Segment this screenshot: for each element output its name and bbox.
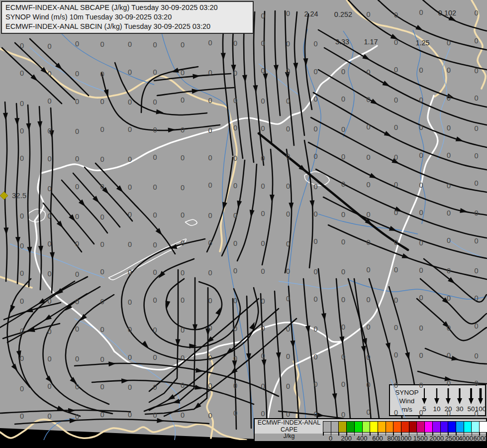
header-line-sbcape: ECMWF-INDEX-ANAL SBCAPE (J/kg) Tuesday 3…: [5, 3, 249, 12]
cape-tick: [370, 433, 371, 436]
wind-legend: SYNOP Wind m/s 510203050100: [389, 384, 486, 416]
wind-speed-label: 10: [433, 405, 440, 413]
cape-color-cell: [441, 422, 449, 432]
cape-tick: [354, 433, 355, 436]
cape-tick-label: 2000: [429, 435, 444, 442]
cape-tick-label: 1500: [413, 435, 428, 442]
cape-color-cell: [433, 422, 441, 432]
cape-color-cell: [393, 422, 401, 432]
cape-colorbar: [323, 421, 487, 433]
header-line-synop-wind: SYNOP Wind (m/s) 10m Tuesday 30-09-2025 …: [5, 12, 249, 22]
svg-text:32.5: 32.5: [12, 191, 26, 200]
wind-legend-title: SYNOP Wind m/s: [394, 388, 420, 414]
cape-color-cell: [355, 422, 363, 432]
cape-tick-label: 800: [388, 435, 398, 442]
cape-color-cell: [339, 422, 347, 432]
cape-color-cell: [363, 422, 371, 432]
map-canvas: 32.5: [0, 0, 487, 448]
weather-map-stage: 32.5 SYNOP Wind m/s 510203050100 002.240…: [0, 0, 487, 448]
cape-color-cell: [409, 422, 417, 432]
wind-speed-label: 5: [422, 405, 426, 413]
cape-legend-titles: ECMWF-INDEX-ANAL CAPE J/kg: [257, 420, 321, 440]
cape-color-cell: [401, 422, 409, 432]
cape-tick: [386, 433, 387, 436]
cape-color-cell: [378, 422, 386, 432]
cape-color-cell: [480, 422, 487, 432]
wind-legend-title-line: SYNOP: [394, 388, 420, 397]
cape-color-cell: [347, 422, 355, 432]
wind-speed-label: 100: [475, 405, 485, 413]
cape-color-cell: [331, 422, 339, 432]
header-line-sbcin: ECMWF-INDEX-ANAL SBCIN (J/kg) Tuesday 30…: [5, 22, 249, 31]
cape-tick-label: 4000: [459, 435, 473, 442]
cape-color-cell: [472, 422, 480, 432]
cape-tick-label: 600: [372, 435, 383, 442]
cape-tick: [338, 433, 339, 436]
cape-color-cell: [456, 422, 464, 432]
cape-color-cell: [417, 422, 425, 432]
wind-speed-label: 20: [444, 405, 452, 413]
cape-legend-title: ECMWF-INDEX-ANAL: [257, 420, 321, 427]
cape-color-cell: [386, 422, 394, 432]
cape-colorbar-legend: ECMWF-INDEX-ANAL CAPE J/kg 0200400600800…: [254, 418, 487, 440]
cape-tick-label: 200: [341, 435, 352, 442]
wind-legend-title-line: m/s: [394, 405, 420, 414]
wind-legend-title-line: Wind: [394, 397, 420, 405]
cape-color-cell: [464, 422, 472, 432]
header-box: ECMWF-INDEX-ANAL SBCAPE (J/kg) Tuesday 3…: [1, 1, 254, 34]
cape-tick-label: 1000: [397, 435, 411, 442]
cape-color-cell: [323, 422, 331, 432]
cape-legend-units: J/kg: [257, 433, 321, 440]
cape-tick-label: 2500: [445, 435, 460, 442]
wind-speed-label: 30: [456, 405, 463, 413]
wind-speed-label: 50: [467, 405, 475, 413]
cape-color-cell: [448, 422, 456, 432]
cape-tick-label: 6000: [474, 435, 487, 442]
cape-color-cell: [425, 422, 433, 432]
cape-tick-label: 0: [329, 435, 332, 442]
cape-tick-label: 400: [357, 435, 368, 442]
station-marker: 32.5: [0, 191, 26, 200]
cape-color-cell: [370, 422, 378, 432]
cape-legend-subtitle: CAPE: [257, 427, 321, 434]
cape-tick: [323, 433, 324, 436]
